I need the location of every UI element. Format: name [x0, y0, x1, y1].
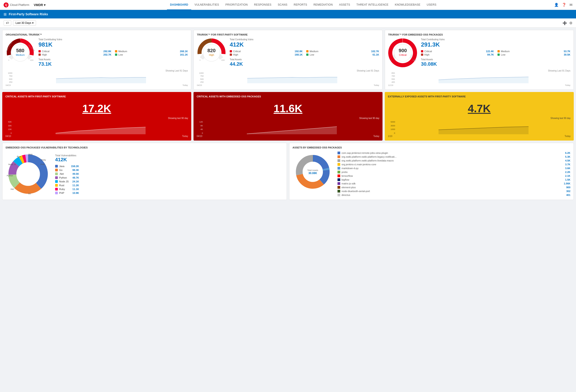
- legend-ruby: Ruby 11.1K: [55, 188, 79, 191]
- fp-vuln-grid: Critical 192.8K Medium 102.7K High 168.1…: [230, 50, 379, 56]
- nav-dashboard[interactable]: DASHBOARD: [167, 0, 192, 10]
- vmdr-dropdown[interactable]: VMDR ▾: [34, 3, 45, 7]
- oss-total-value: 30.08K: [421, 61, 570, 67]
- ext-exposed-title: EXTERNALLY EXPOSED ASSETS WITH FIRST-PAR…: [388, 95, 571, 98]
- mail-icon[interactable]: ✉: [570, 3, 572, 7]
- svg-text:Python: Python: [7, 174, 13, 177]
- nav-responses[interactable]: RESPONSES: [251, 0, 275, 10]
- nav-scans[interactable]: SCANS: [275, 0, 290, 10]
- svg-text:Total Assets: Total Assets: [307, 169, 318, 171]
- critical-fp-showing: Showing last 90 day: [5, 117, 188, 119]
- nav-remediation[interactable]: REMEDIATION: [310, 0, 336, 10]
- svg-marker-22: [438, 127, 528, 134]
- critical-oss-value: 11.6K: [197, 102, 379, 115]
- org-trurisk-body: 580 Medium 0 1000 Medium (500-699) High …: [6, 38, 188, 68]
- svg-marker-7: [56, 77, 146, 83]
- svg-text:900: 900: [399, 48, 407, 53]
- oss-vuln-low: Low 30.5K: [497, 53, 570, 56]
- firstparty-stats: Total Contributing Vulns 412K Critical 1…: [230, 38, 379, 67]
- vuln-grid: Critical 292.8K Medium 268.1K High 202.7…: [38, 50, 188, 56]
- svg-marker-13: [247, 77, 337, 83]
- showing-note: Showing Last 91 Days: [6, 69, 188, 72]
- ext-exposed-xaxis: 1/10 Today: [388, 135, 571, 138]
- fp-contributing-label: Total Contributing Vulns: [230, 38, 379, 41]
- vuln-by-tech-card: EMBEDDED OSS PACKAGES VULNERABILITIES BY…: [2, 143, 287, 200]
- critical-oss-xaxis: 04/10 Today: [197, 135, 379, 138]
- nav-knowledgebase[interactable]: KNOWLEDGEBASE: [392, 0, 424, 10]
- org-stats: Total Contributing Vulns 981K Critical 2…: [38, 38, 188, 67]
- fp-showing-note: Showing Last 91 Days: [197, 69, 379, 72]
- top-row: ORGANIZATIONAL TruRisk™ 580 Medium: [2, 30, 574, 90]
- svg-text:580: 580: [16, 48, 25, 53]
- svg-text:1000: 1000: [221, 59, 225, 61]
- total-assets-value: 73.1K: [38, 61, 188, 67]
- fp-sparkline-row: 1000750500250: [197, 72, 379, 83]
- oss-item-2: org.xwiki.platform:xwiki-platform-legacy…: [338, 155, 570, 158]
- oss-vuln-critical: Critical 122.4K: [421, 50, 494, 53]
- nav-reports[interactable]: REPORTS: [290, 0, 310, 10]
- fp-y-axis: 1000750500250: [197, 72, 204, 83]
- svg-text:1000: 1000: [412, 59, 416, 61]
- firstparty-trurisk-card: TruRisk™ FOR FIRST-PARTY SOFTWARE 820 Hi…: [194, 30, 382, 90]
- assets-donut-chart: Total Assets 30.08K: [292, 152, 333, 192]
- main-nav: DASHBOARD VULNERABILITIES PRIORITIZATION…: [52, 0, 554, 10]
- contributing-value: 981K: [38, 41, 188, 48]
- banner-title: First-Party Software Risks: [9, 12, 48, 16]
- date-range-button[interactable]: Last 30 Days ▾: [13, 20, 36, 26]
- total-vuln-value: 412K: [55, 157, 79, 163]
- qualys-logo: Q: [4, 2, 8, 7]
- filter-right: ➕ ⚙: [563, 21, 572, 25]
- critical-oss-chart: 12K8K4K0: [197, 121, 379, 134]
- vuln-low: Low 161.1K: [115, 53, 188, 56]
- firstparty-trurisk-body: 820 High 0 1000 Total Contributing Vulns…: [197, 38, 379, 68]
- tech-legend: Java 158.2K Go 98.3K .Net 49.5K: [55, 165, 79, 194]
- vuln-by-tech-title: EMBEDDED OSS PACKAGES VULNERABILITIES BY…: [6, 146, 284, 149]
- oss-item-9: matrix-js-sdk 1.06K: [338, 182, 570, 185]
- help-icon[interactable]: ❓: [562, 3, 566, 7]
- user-icon[interactable]: 👤: [554, 3, 559, 7]
- ext-exposed-value: 4.7K: [388, 102, 571, 115]
- svg-text:Critical: Critical: [399, 54, 406, 56]
- settings-button[interactable]: ⚙: [569, 21, 572, 25]
- critical-dot: [38, 50, 41, 52]
- oss-contributing-value: 291.3K: [421, 41, 570, 48]
- add-widget-button[interactable]: ➕: [563, 21, 567, 25]
- svg-text:0: 0: [200, 59, 201, 61]
- oss-vuln-grid: Critical 122.4K Medium 53.7K High 84.7K: [421, 50, 570, 56]
- org-trurisk-title: ORGANIZATIONAL TruRisk™: [6, 33, 188, 36]
- oss-contributing-label: Total Contributing Vulns: [421, 38, 570, 41]
- assets-by-oss-title: ASSETS BY EMBEDDED OSS PACKAGES: [292, 146, 570, 149]
- oss-item-6: pretix 2.2K: [338, 171, 570, 173]
- oss-total-label: Total Assets: [421, 58, 570, 61]
- total-vuln-legend: Total Vulnerabilities 412K Java 158.2K G…: [55, 154, 79, 194]
- fp-vuln-high: High 168.1K: [230, 53, 303, 56]
- nav-assets[interactable]: ASSETS: [336, 0, 353, 10]
- grid-icon: ⊞: [4, 12, 6, 16]
- legend-rust: Rust 11.2K: [55, 184, 79, 187]
- nav-threat-intelligence[interactable]: THREAT INTELLIGENCE: [353, 0, 392, 10]
- svg-marker-19: [438, 77, 528, 83]
- firstparty-trurisk-title: TruRisk™ FOR FIRST-PARTY SOFTWARE: [197, 33, 379, 36]
- assets-by-oss-card: ASSETS BY EMBEDDED OSS PACKAGES Total As…: [289, 143, 574, 200]
- dashboard: ORGANIZATIONAL TruRisk™ 580 Medium: [0, 28, 576, 202]
- oss-gauge: 900 Critical 0 1000: [388, 38, 417, 68]
- legend-net: .Net 49.5K: [55, 172, 79, 175]
- fp-vuln-low: Low 61.1K: [306, 53, 379, 56]
- fp-contributing-value: 412K: [230, 41, 379, 48]
- critical-fp-xaxis: 04/10 Today: [5, 135, 188, 138]
- critical-oss-panel: CRITICAL ASSETS WITH EMBEDDED OSS PACKAG…: [194, 92, 382, 140]
- oss-sparkline-row: 850700550400: [388, 72, 570, 83]
- svg-text:1000: 1000: [30, 59, 33, 61]
- nav-vulnerabilities[interactable]: VULNERABILITIES: [191, 0, 222, 10]
- nav-users[interactable]: USERS: [424, 0, 440, 10]
- nav-prioritization[interactable]: PRIORITIZATION: [222, 0, 251, 10]
- tag-filter-button[interactable]: 🏷: [4, 20, 11, 26]
- svg-text:Ruby: Ruby: [41, 159, 46, 161]
- oss-item-10: element-plus 900: [338, 186, 570, 189]
- y-axis: 1000750500250: [6, 72, 12, 83]
- oss-stats: Total Contributing Vulns 291.3K Critical…: [421, 38, 570, 67]
- oss-item-7: tensorflow 2.1K: [338, 174, 570, 177]
- oss-trurisk-title: TruRisk™ FOR EMBEDDED OSS PACKAGES: [388, 33, 570, 36]
- svg-text:High: High: [209, 54, 214, 56]
- fp-vuln-medium: Medium 102.7K: [306, 50, 379, 53]
